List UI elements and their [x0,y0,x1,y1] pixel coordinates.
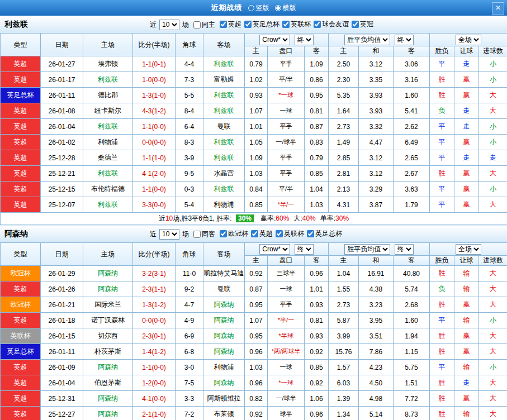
handicap-odds-home: 0.95 [245,297,268,313]
same-venue-checkbox[interactable] [193,21,201,28]
away-team: 阿斯顿维拉 [203,391,245,407]
handicap-line: *一球 [268,88,305,103]
same-venue-filter[interactable]: 同客 [191,230,215,239]
league-checkbox[interactable] [220,21,227,28]
handicap-outcome: 赢 [454,166,479,182]
league-filter[interactable]: 英超 [217,20,241,29]
handicap-line: 平手 [268,56,305,72]
score-halftime: 1-0(0-0) [133,72,176,88]
corner-score: 3-3 [176,391,203,407]
avg-final-select[interactable]: 终 [395,244,414,255]
close-button[interactable]: ✕ [492,2,504,15]
same-venue-label: 同客 [202,230,215,239]
col-score: 比分(半场) [133,34,176,56]
radio-selected-icon[interactable] [275,5,281,11]
same-venue-filter[interactable]: 同主 [191,20,215,30]
avg-odds-away: 40.80 [394,266,430,281]
league-filter[interactable]: 球会友谊 [311,20,349,29]
avg-select[interactable]: 胜平负均值 [344,244,390,255]
avg-odds-home: 1.55 [329,281,359,297]
handicap-odds-home: 0.87 [245,281,268,297]
match-date: 26-01-15 [41,328,83,344]
away-team: 阿森纳 [203,297,245,313]
match-date: 25-12-07 [41,197,83,213]
league-type-badge: 英超 [1,103,41,119]
score-halftime: 4-1(0-0) [133,391,176,407]
match-date: 26-01-11 [41,344,83,360]
corner-score: 4-4 [176,56,203,72]
bookmaker-select[interactable]: Crow* [259,35,290,45]
result-outcome: 负 [430,281,454,297]
summary-row: 近10场,胜3平6负1, 胜率: 30%赢率:60%大:40%单率:30% [1,213,507,225]
radio-vertical-layout[interactable]: 竖版 [248,3,269,13]
league-label: 英足总杯 [253,20,279,29]
scope-select[interactable]: 全场 [456,244,481,255]
match-row: 欧冠杯26-01-29阿森纳3-2(3-1)11-0凯拉特艾马迪0.92三球半0… [1,266,507,281]
radio-horizontal-layout[interactable]: 横版 [275,3,296,13]
scope-select[interactable]: 全场 [456,35,481,45]
league-filter[interactable]: 英联杯 [273,229,304,238]
league-checkbox[interactable] [244,21,252,28]
col-result: 胜负 [430,256,454,266]
goals-outcome: 小 [479,182,507,197]
result-outcome: 平 [430,119,454,135]
match-date: 25-12-21 [41,166,83,182]
match-date: 26-01-04 [41,119,83,135]
league-type-badge: 英超 [1,375,41,391]
col-handicap: 让球 [454,46,479,56]
team-section: 阿森纳 近 10 场 同客 欧冠杯英超英联杯英足总杯 类型 日期 主场 比分(半… [0,225,507,420]
match-count-select[interactable]: 10 [159,229,179,240]
league-checkbox[interactable] [220,230,227,237]
handicap-outcome: 赢 [454,391,479,407]
bookmaker-select[interactable]: Crow* [259,244,290,255]
league-filter[interactable]: 英足总杯 [241,20,279,29]
home-team: 利兹联 [83,119,133,135]
radio-unselected-icon[interactable] [248,5,254,11]
bookmaker-final-select[interactable]: 终 [295,244,314,255]
league-filter[interactable]: 英冠 [349,20,373,29]
avg-final-select[interactable]: 终 [395,35,414,45]
league-filters: 欧冠杯英超英联杯英足总杯 [217,229,342,239]
match-row: 英超25-12-15布伦特福德1-1(0-0)0-3利兹联0.84平/半1.04… [1,182,507,197]
league-checkbox[interactable] [276,230,283,237]
league-filter[interactable]: 英联杯 [279,20,311,29]
result-outcome: 胜 [430,375,454,391]
league-checkbox[interactable] [251,230,258,237]
league-checkbox[interactable] [314,21,321,28]
match-count-select[interactable]: 10 [159,20,179,30]
avg-odds-away: 2.62 [394,119,430,135]
corner-score: 4-9 [176,313,203,328]
league-filter[interactable]: 英超 [248,229,273,238]
away-team: 利兹联 [203,56,245,72]
avg-odds-away: 7.72 [394,391,430,407]
league-checkbox[interactable] [352,21,359,28]
home-team: 诺丁汉森林 [83,313,133,328]
match-row: 英超26-01-04利兹联1-1(0-0)6-4曼联1.01平手0.872.73… [1,119,507,135]
goals-outcome: 小 [479,135,507,150]
league-filter[interactable]: 欧冠杯 [217,229,248,238]
league-filter[interactable]: 英足总杯 [304,229,342,238]
league-checkbox[interactable] [282,21,290,28]
handicap-outcome: 走 [454,150,479,166]
handicap-win-rate-label: 赢率: [260,214,276,222]
handicap-odds-away: 1.04 [305,182,329,197]
match-date: 26-01-08 [41,103,83,119]
away-team: 利兹联 [203,182,245,197]
avg-select[interactable]: 胜平负均值 [344,35,390,45]
col-type: 类型 [1,34,41,56]
league-label: 英冠 [360,20,373,29]
corner-score: 0-3 [176,182,203,197]
league-label: 欧冠杯 [228,229,248,238]
bookmaker-final-select[interactable]: 终 [295,35,314,45]
corner-score: 3-9 [176,150,203,166]
handicap-odds-home: 0.85 [245,197,268,213]
same-venue-checkbox[interactable] [193,231,201,238]
avg-odds-away: 1.79 [394,197,430,213]
avg-odds-home: 15.76 [329,344,359,360]
league-type-badge: 英超 [1,407,41,420]
avg-odds-draw: 4.23 [359,360,394,375]
away-team: 曼联 [203,119,245,135]
league-checkbox[interactable] [307,230,314,237]
handicap-line: 一/球半 [268,391,305,407]
avg-odds-draw: 3.12 [359,150,394,166]
